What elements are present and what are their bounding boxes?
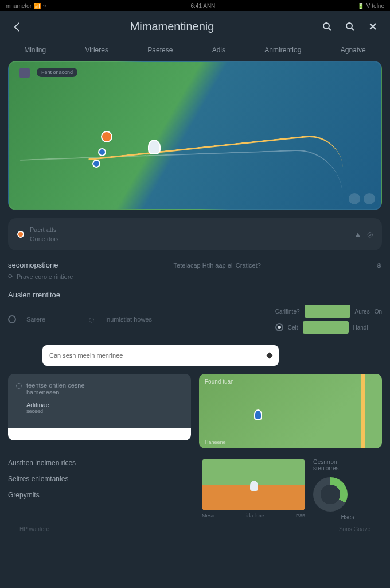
svg-point-1 <box>346 23 352 29</box>
marker-origin[interactable] <box>101 131 112 142</box>
marker-stop-1[interactable] <box>98 148 106 156</box>
bl-c[interactable]: Grepymits <box>8 491 194 499</box>
header: Mimamentinenig <box>0 11 390 41</box>
search-input[interactable]: Can sesn meein menrinee <box>42 345 279 366</box>
card-l-footer <box>8 428 191 440</box>
diamond-icon <box>266 352 272 358</box>
tab-5[interactable]: Agnatve <box>337 44 369 56</box>
status-time: 6:41 ANN <box>191 3 216 9</box>
spinner-icon: ◌ <box>89 316 95 323</box>
tab-1[interactable]: Virieres <box>82 44 112 56</box>
svg-point-0 <box>323 23 329 29</box>
br-b: sreniorres <box>313 465 382 471</box>
rc-d: Handi <box>353 324 368 331</box>
map-zoom-out[interactable] <box>349 193 360 204</box>
rc-c: Ceit <box>288 324 298 331</box>
bottom-right: Gesnrron sreniorres Hses <box>313 459 382 520</box>
mini-pin-icon[interactable] <box>254 409 262 420</box>
mini-map-label: Found tuan <box>205 378 234 385</box>
rc-top-label: Carifinte? <box>275 308 300 315</box>
card-l-line1a: teentse ontien cesne <box>26 382 85 389</box>
search-icon <box>345 21 355 32</box>
radio-1-label: Sarere <box>26 316 45 323</box>
search-button-1[interactable] <box>319 18 335 34</box>
tab-bar: Miniing Virieres Paetese Adls Anmirentio… <box>0 41 390 61</box>
stack-marker-icon <box>250 481 258 491</box>
tab-0[interactable]: Miniing <box>21 44 49 56</box>
sec1-action-icon[interactable]: ⊕ <box>376 261 382 269</box>
search-icon <box>322 21 332 32</box>
info-icon[interactable]: ◎ <box>367 230 373 238</box>
card-l-line2b: seceed <box>26 408 49 414</box>
br-c: Hses <box>313 514 382 520</box>
battery-text: V telne <box>366 3 384 9</box>
rc-a: Aures <box>355 308 370 315</box>
bar-2[interactable] <box>303 321 349 334</box>
main-map[interactable]: Fent onacond <box>8 61 382 210</box>
mini-bl: Haneene <box>205 439 226 445</box>
signal-icon: 📶 <box>34 3 41 9</box>
br-a: Gesnrron <box>313 459 382 465</box>
card-l-line1b: hamenesen <box>26 389 85 396</box>
battery-icon: 🔋 <box>357 3 364 9</box>
route-panel[interactable]: Pacrt atts Gone dois ▲ ◎ <box>8 218 382 250</box>
wifi-icon: ᯤ <box>43 3 49 9</box>
sx-b: ida lane <box>246 513 264 519</box>
radio-2-label: Inumistiat howes <box>105 316 152 323</box>
gauge-chart[interactable] <box>313 477 348 512</box>
bullet-icon <box>16 383 22 389</box>
bl-a[interactable]: Austhen ineimen rices <box>8 459 194 467</box>
card-l-line2a: Aditinae <box>26 401 49 408</box>
footer-l[interactable]: HP wantere <box>20 526 49 532</box>
mini-map[interactable]: Found tuan Haneene <box>199 374 382 448</box>
stack-chart: Meso ida lane P85 <box>202 459 305 520</box>
map-zoom-in[interactable] <box>364 193 375 204</box>
footer: HP wantere Sons Goave <box>8 520 382 538</box>
map-badge[interactable]: Fent onacond <box>37 68 77 77</box>
bottom-left-list: Austhen ineimen rices Seitres eniemtanie… <box>8 459 194 520</box>
refresh-icon[interactable]: ⟳ <box>8 273 13 280</box>
tab-4[interactable]: Anmirentiog <box>261 44 305 56</box>
controls-row: Ausien rrentitoe <box>8 291 382 299</box>
controls-title: Ausien rrentitoe <box>8 291 60 299</box>
bl-b[interactable]: Seitres eniemtanies <box>8 475 194 483</box>
rc-b: On <box>375 308 382 315</box>
tab-2[interactable]: Paetese <box>144 44 176 56</box>
marker-destination[interactable] <box>148 140 161 154</box>
page-title: Mimamentinenig <box>32 20 312 33</box>
radio-1[interactable] <box>8 315 16 323</box>
chevron-left-icon <box>12 21 22 32</box>
panel-title: Pacrt atts <box>30 226 349 233</box>
close-icon <box>368 21 378 32</box>
footer-r[interactable]: Sons Goave <box>339 526 370 532</box>
tab-3[interactable]: Adls <box>209 44 229 56</box>
search-button-2[interactable] <box>342 18 358 34</box>
sec1-sub: Prave corole rintiere <box>17 273 73 280</box>
sx-a: Meso <box>202 513 214 519</box>
sec1-hint: Tetelacap Htih aap ell Craticet? <box>174 262 261 269</box>
panel-sub: Gone dois <box>30 235 349 242</box>
sx-c: P85 <box>296 513 305 519</box>
radio-on[interactable] <box>275 323 283 331</box>
map-controls <box>349 193 375 204</box>
marker-stop-2[interactable] <box>92 160 100 168</box>
search-placeholder: Can sesn meein menrinee <box>49 352 123 359</box>
status-bar: mnametor 📶 ᯤ 6:41 ANN 🔋 V telne <box>0 0 390 11</box>
origin-dot-icon <box>17 231 24 238</box>
mini-road <box>296 374 365 448</box>
back-button[interactable] <box>9 18 25 34</box>
bar-1[interactable] <box>305 305 350 318</box>
card-left[interactable]: teentse ontien cesne hamenesen Aditinae … <box>8 374 191 448</box>
section-1: secomopstione Tetelacap Htih aap ell Cra… <box>8 261 382 280</box>
close-button[interactable] <box>365 18 381 34</box>
nav-icon[interactable]: ▲ <box>354 230 361 238</box>
carrier-text: mnametor <box>6 3 32 9</box>
map-bookmark-icon[interactable] <box>20 68 30 78</box>
sec1-title: secomopstione <box>8 261 58 269</box>
